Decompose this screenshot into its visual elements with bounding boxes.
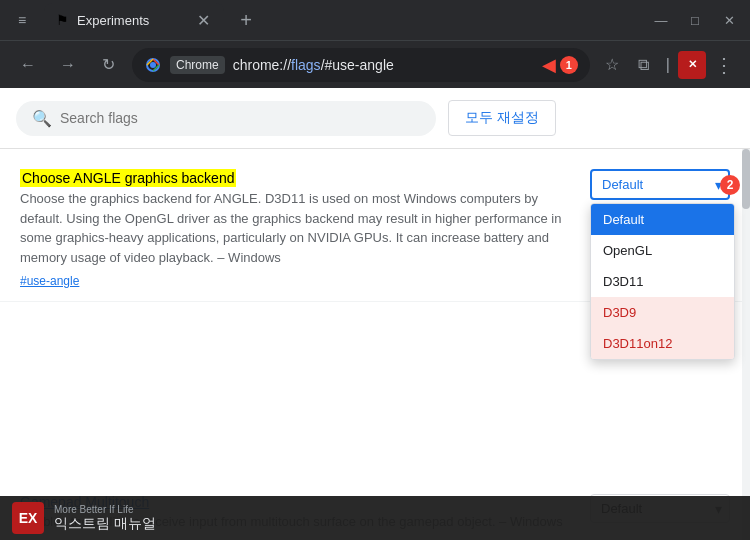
annotation-badge-2: 2 <box>720 175 740 195</box>
chrome-menu-button[interactable]: ≡ <box>8 6 36 34</box>
extension-logo-icon: EX <box>12 502 44 534</box>
search-icon: 🔍 <box>32 109 52 128</box>
dropdown-option-default[interactable]: Default <box>591 204 734 235</box>
address-right-icons: ☆ ⧉ | ✕ ⋮ <box>598 51 738 79</box>
back-button[interactable]: ← <box>12 49 44 81</box>
address-url: chrome://flags/#use-angle <box>233 57 534 73</box>
search-input[interactable] <box>60 110 420 126</box>
flag-content-angle: Choose ANGLE graphics backend Choose the… <box>20 169 574 289</box>
content-area: 🔍 모두 재설정 Choose ANGLE graphics backend C… <box>0 88 750 540</box>
dropdown-select-angle[interactable]: Default <box>590 169 730 200</box>
address-bar-content: Chrome chrome://flags/#use-angle ◀ 1 <box>144 54 578 76</box>
scrollbar-thumb[interactable] <box>742 149 750 209</box>
minimize-button[interactable]: — <box>648 7 674 33</box>
dropdown-option-d3d11on12[interactable]: D3D11on12 <box>591 328 734 359</box>
extension-overlay: EX More Better If Life 익스트림 매뉴얼 <box>0 496 750 540</box>
search-box[interactable]: 🔍 <box>16 101 436 136</box>
flags-list: Choose ANGLE graphics backend Choose the… <box>0 149 750 540</box>
arrow-annotation: ◀ 1 <box>542 54 578 76</box>
extension-name: 익스트림 매뉴얼 <box>54 515 156 533</box>
scrollbar-track <box>742 149 750 540</box>
extension-icon[interactable]: ✕ <box>678 51 706 79</box>
title-bar: ≡ ⚑ Experiments ✕ + — □ ✕ <box>0 0 750 40</box>
reset-all-button[interactable]: 모두 재설정 <box>448 100 556 136</box>
dropdown-open-angle: Default OpenGL D3D11 D3D9 D3D11on12 <box>590 203 735 360</box>
tab-close-button[interactable]: ✕ <box>194 11 212 29</box>
url-suffix: /#use-angle <box>321 57 394 73</box>
url-scheme: chrome:// <box>233 57 291 73</box>
close-window-button[interactable]: ✕ <box>716 7 742 33</box>
address-bar[interactable]: Chrome chrome://flags/#use-angle ◀ 1 <box>132 48 590 82</box>
tab-controls: ≡ <box>8 6 36 34</box>
extensions-button[interactable]: ⧉ <box>630 51 658 79</box>
chrome-label-badge: Chrome <box>170 56 225 74</box>
annotation-badge-1: 1 <box>560 56 578 74</box>
window-controls: — □ ✕ <box>648 7 742 33</box>
flag-item-angle: Choose ANGLE graphics backend Choose the… <box>0 157 750 302</box>
flag-control-angle: Default ▾ 2 Default OpenGL D3D11 D3D9 D3… <box>590 169 730 200</box>
tab-favicon-icon: ⚑ <box>56 12 69 28</box>
tab-title-label: Experiments <box>77 13 186 28</box>
flag-link-angle[interactable]: #use-angle <box>20 274 79 288</box>
bookmark-button[interactable]: ☆ <box>598 51 626 79</box>
extension-slogan: More Better If Life <box>54 504 156 515</box>
maximize-button[interactable]: □ <box>682 7 708 33</box>
active-tab[interactable]: ⚑ Experiments ✕ <box>44 3 224 37</box>
new-tab-button[interactable]: + <box>232 6 260 34</box>
chrome-menu-dots-button[interactable]: ⋮ <box>710 51 738 79</box>
red-arrow-icon: ◀ <box>542 54 556 76</box>
forward-button[interactable]: → <box>52 49 84 81</box>
svg-point-1 <box>150 62 156 68</box>
extension-text-area: More Better If Life 익스트림 매뉴얼 <box>54 504 156 533</box>
flags-toolbar: 🔍 모두 재설정 <box>0 88 750 149</box>
dropdown-option-opengl[interactable]: OpenGL <box>591 235 734 266</box>
refresh-button[interactable]: ↻ <box>92 49 124 81</box>
flag-description-angle: Choose the graphics backend for ANGLE. D… <box>20 189 574 267</box>
chrome-logo-icon <box>144 56 162 74</box>
dropdown-container-angle: Default ▾ 2 Default OpenGL D3D11 D3D9 D3… <box>590 169 730 200</box>
url-highlight: flags <box>291 57 321 73</box>
flag-name-angle: Choose ANGLE graphics backend <box>20 169 236 187</box>
dropdown-option-d3d11[interactable]: D3D11 <box>591 266 734 297</box>
dropdown-option-d3d9[interactable]: D3D9 <box>591 297 734 328</box>
navigation-bar: ← → ↻ Chrome chrome://flags/#use-angle ◀… <box>0 40 750 88</box>
